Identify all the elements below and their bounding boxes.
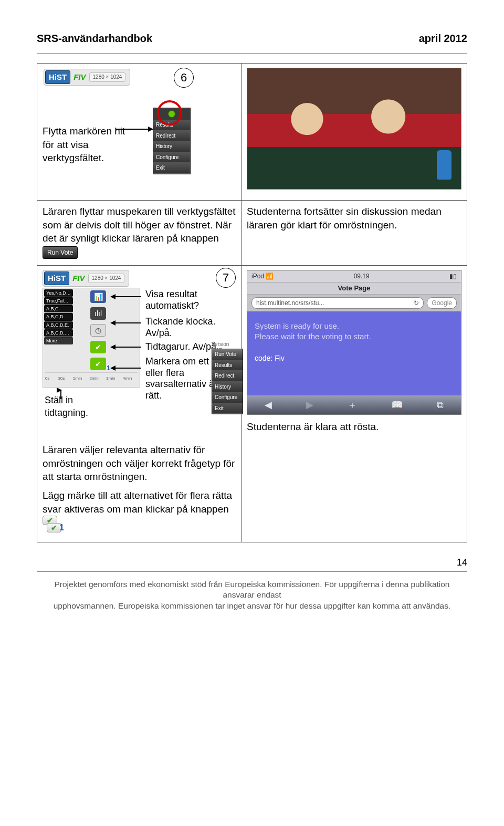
label-visa: Visa resultat automatiskt? <box>145 289 219 311</box>
label-stallin: Ställ in tidtagning. <box>45 394 102 420</box>
cell-step6-text-right: Studenterna fortsätter sin diskussion me… <box>242 201 467 266</box>
multi-answer-button-icon[interactable]: ✔ ✔ 1 <box>43 516 66 536</box>
hist-logo-icon: HiST <box>44 271 69 285</box>
ipod-time: 09.19 <box>354 272 370 280</box>
step7-para2-wrapper: Lägg märke till att alternativet för fle… <box>43 489 239 536</box>
bottle-icon <box>437 150 452 180</box>
arrow-icon <box>111 368 141 369</box>
hist-logo-icon: HiST <box>45 70 70 84</box>
toolbar-item-configure[interactable]: Configure <box>153 152 190 163</box>
footer-rule <box>37 571 467 572</box>
toolbar-item-results[interactable]: Results <box>212 360 243 371</box>
run-vote-button[interactable]: Run Vote <box>43 246 78 259</box>
ipod-screenshot: iPod 📶 09.19 ▮▯ Vote Page hist.multinet.… <box>247 270 461 415</box>
forward-icon[interactable]: ▶ <box>306 399 313 411</box>
url-text: hist.multinet.no/srs/stu... <box>256 299 324 307</box>
cell-step6-text-left: Läraren flyttar muspekaren till verktygs… <box>37 201 242 266</box>
back-icon[interactable]: ◀ <box>265 399 272 411</box>
toolbar-item-exit[interactable]: Exit <box>212 403 243 414</box>
footer-text: Projektet genomförs med ekonomiskt stöd … <box>37 579 467 612</box>
toolbar-item-redirect[interactable]: Redirect <box>153 131 190 142</box>
bookmarks-icon[interactable]: 📖 <box>391 399 403 411</box>
toolbar-item-exit[interactable]: Exit <box>153 163 190 174</box>
arrow-icon <box>111 296 141 297</box>
toolbar-item-redirect[interactable]: Redirect <box>212 371 243 382</box>
step7-right-text: Studenterna är klara att rösta. <box>247 420 461 434</box>
step6-left-text: Läraren flyttar muspekaren till verktygs… <box>43 206 236 244</box>
auto-result-icon[interactable]: 📊 <box>90 290 106 303</box>
arrow-icon <box>111 347 141 348</box>
qtype-option[interactable]: True,Fal… <box>44 297 73 305</box>
ipod-bottom-bar: ◀ ▶ ＋ 📖 ⧉ <box>247 395 461 414</box>
arrow-up-icon <box>60 390 61 399</box>
single-check-icon[interactable]: ✔ <box>90 341 106 353</box>
ipod-code-line: code: Fiv <box>255 353 454 363</box>
page-header: SRS-användarhandbok april 2012 <box>37 32 467 46</box>
toolbar-item-history[interactable]: History <box>212 382 243 393</box>
header-left: SRS-användarhandbok <box>37 32 152 46</box>
qtype-option[interactable]: Yes,No,D… <box>44 289 73 297</box>
footer-line2: upphovsmannen. Europeiska kommissionen t… <box>54 601 450 610</box>
multi-check-icon[interactable]: ✔ <box>90 358 106 370</box>
step6-caption: Flytta markören hit för att visa verktyg… <box>43 124 132 165</box>
resolution-dropdown[interactable]: 1280 × 1024 <box>89 72 126 82</box>
ipod-msg-line1: System is ready for use. <box>255 321 454 331</box>
toolbar-item-runvote[interactable]: Run Vote <box>212 349 243 360</box>
fiv-toolbar-2: Run Vote Results Redirect History Config… <box>212 349 243 414</box>
ipod-page-title: Vote Page <box>247 282 461 295</box>
step6-number-circle: 6 <box>174 68 194 88</box>
step7-para1: Läraren väljer relevanta alternativ för … <box>43 443 239 484</box>
label-tickande: Tickande klocka. Av/på. <box>145 316 219 339</box>
tick-label: 1min <box>73 376 82 382</box>
toolbar-item-history[interactable]: History <box>153 141 190 152</box>
highlight-circle-icon <box>157 100 182 126</box>
timer-slider[interactable]: 0s 30s 1min 2min 3min 4min <box>45 372 138 385</box>
page-number: 14 <box>37 556 467 569</box>
tabs-icon[interactable]: ⧉ <box>437 399 444 411</box>
refresh-icon[interactable]: ↻ <box>414 299 419 307</box>
ipod-search-field[interactable]: Google <box>427 297 457 309</box>
qtype-option[interactable]: A,B,C,D,… <box>44 329 73 337</box>
wifi-icon: 📶 <box>266 273 274 280</box>
cell-step7-ipod: iPod 📶 09.19 ▮▯ Vote Page hist.multinet.… <box>242 266 467 542</box>
qtype-more[interactable]: More <box>44 337 73 344</box>
vote-setup-panel: Yes,No,D… True,Fal… A,B,C. A,B,C,D. A,B,… <box>43 288 140 388</box>
footer-line1: Projektet genomförs med ekonomiskt stöd … <box>54 580 449 600</box>
tick-label: 3min <box>106 376 115 382</box>
step7-para2: Lägg märke till att alternativet för fle… <box>43 490 232 515</box>
cell-step6-photo <box>242 64 467 201</box>
tick-label: 30s <box>58 376 65 382</box>
toolbar-item-configure[interactable]: Configure <box>212 392 243 403</box>
fiv-label: FIV <box>72 273 85 284</box>
instruction-table: HiST FIV 1280 × 1024 6 Results Redirect … <box>37 63 467 542</box>
cell-step6-figure: HiST FIV 1280 × 1024 6 Results Redirect … <box>37 64 242 201</box>
tick-label: 2min <box>89 376 98 382</box>
ipod-msg-line2: Please wait for the voting to start. <box>255 331 454 342</box>
qtype-option[interactable]: A,B,C,D,E. <box>44 321 73 329</box>
arrow-icon <box>111 322 141 323</box>
ipod-page-body: System is ready for use. Please wait for… <box>247 311 461 395</box>
header-rule <box>37 53 467 54</box>
cell-step7-figure: HiST FIV 1280 × 1024 Yes,No,D… True,Fal…… <box>37 266 242 542</box>
fiv-titlebar-2: HiST FIV 1280 × 1024 <box>43 270 129 287</box>
label-markera: Markera om ett eller flera svarsalternat… <box>145 356 219 401</box>
battery-icon: ▮▯ <box>449 272 457 280</box>
qtype-option[interactable]: A,B,C,D. <box>44 313 73 320</box>
tick-label: 0s <box>45 376 49 382</box>
header-right: april 2012 <box>419 32 467 46</box>
fiv-label: FIV <box>74 72 86 82</box>
qtype-option[interactable]: A,B,C. <box>44 305 73 312</box>
step6-right-text: Studenterna fortsätter sin diskussion me… <box>247 206 442 231</box>
fiv-titlebar-1: HiST FIV 1280 × 1024 <box>44 69 130 86</box>
classroom-photo <box>247 68 461 190</box>
stopwatch-icon[interactable]: ◷ <box>90 324 106 337</box>
arrow-icon <box>116 129 153 130</box>
tick-label: 4min <box>123 376 132 382</box>
ticking-clock-icon[interactable]: ılıl <box>90 307 106 320</box>
ipod-url-field[interactable]: hist.multinet.no/srs/stu... ↻ <box>251 297 424 309</box>
add-icon[interactable]: ＋ <box>348 399 357 411</box>
question-type-list: Yes,No,D… True,Fal… A,B,C. A,B,C,D. A,B,… <box>44 289 73 344</box>
ipod-carrier: iPod 📶 <box>251 272 274 280</box>
resolution-dropdown[interactable]: 1280 × 1024 <box>88 274 125 283</box>
step7-number-circle: 7 <box>216 268 236 288</box>
